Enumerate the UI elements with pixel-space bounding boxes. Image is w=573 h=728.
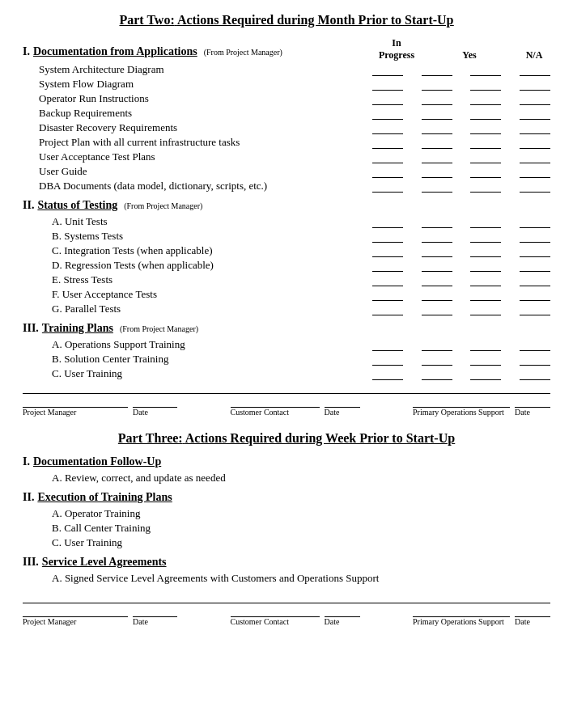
field-na bbox=[520, 275, 550, 286]
section1-heading: I. Documentation from Applications (From… bbox=[23, 45, 372, 58]
field-inprogress bbox=[422, 354, 452, 366]
date3-label: Date bbox=[515, 408, 530, 417]
date-line-1 bbox=[133, 396, 177, 408]
sig-block-3: Primary Operations Support Date bbox=[413, 396, 550, 417]
field-no bbox=[372, 290, 403, 301]
field-na bbox=[520, 354, 550, 366]
field-inprogress bbox=[422, 108, 452, 120]
field-na bbox=[520, 246, 550, 257]
field-yes bbox=[470, 181, 501, 193]
field-yes bbox=[470, 167, 501, 178]
item-label: E. Stress Tests bbox=[23, 273, 372, 286]
p3-s2-item-c: C. User Training bbox=[23, 536, 550, 549]
item-label: C. Integration Tests (when applicable) bbox=[23, 244, 372, 257]
item-label: User Guide bbox=[23, 165, 372, 178]
table-row: E. Stress Tests bbox=[23, 273, 550, 286]
field-yes bbox=[470, 217, 501, 228]
part-three-title: Part Three: Actions Required during Week… bbox=[23, 431, 550, 446]
part-three-title-underline: Actions Required during Week Prior to St… bbox=[185, 431, 455, 445]
section1-items: System Architecture Diagram System Flow … bbox=[23, 63, 550, 193]
field-na bbox=[520, 231, 550, 243]
item-label: Project Plan with all current infrastruc… bbox=[23, 136, 372, 149]
row-fields bbox=[372, 79, 550, 91]
field-yes bbox=[470, 304, 501, 315]
item-label: Disaster Recovery Requirements bbox=[23, 121, 372, 134]
field-inprogress bbox=[422, 167, 452, 178]
part-two-signature-area: Project Manager Date Customer Contact Da… bbox=[23, 393, 550, 417]
table-row: Backup Requirements bbox=[23, 107, 550, 120]
p3-s3-label: Service Level Agreements bbox=[42, 556, 167, 569]
p3-s2-item-a: A. Operator Training bbox=[23, 507, 550, 520]
row-fields bbox=[372, 123, 550, 134]
field-na bbox=[520, 94, 550, 105]
field-no bbox=[372, 217, 403, 228]
item-label: D. Regression Tests (when applicable) bbox=[23, 259, 372, 272]
field-no bbox=[372, 304, 403, 315]
sig3-label: Primary Operations Support bbox=[413, 408, 504, 417]
field-na bbox=[520, 290, 550, 301]
section2-heading: II. Status of Testing (From Project Mana… bbox=[23, 199, 550, 212]
p3-date1-label: Date bbox=[133, 617, 148, 626]
p3-section3-heading: III. Service Level Agreements bbox=[23, 556, 550, 569]
row-fields bbox=[372, 304, 550, 315]
field-inprogress bbox=[422, 290, 452, 301]
sig-line-2 bbox=[231, 396, 320, 408]
table-row: A. Unit Tests bbox=[23, 215, 550, 228]
field-no bbox=[372, 354, 403, 366]
table-row: B. Solution Center Training bbox=[23, 353, 550, 366]
section1-roman: I. bbox=[23, 45, 30, 58]
table-row: Operator Run Instructions bbox=[23, 92, 550, 105]
col-in-label: In bbox=[392, 37, 401, 49]
col-na-header: N/A bbox=[518, 49, 550, 61]
field-inprogress bbox=[422, 369, 452, 380]
table-row: D. Regression Tests (when applicable) bbox=[23, 259, 550, 272]
field-yes bbox=[470, 275, 501, 286]
row-fields bbox=[372, 167, 550, 178]
field-inprogress bbox=[422, 260, 452, 272]
field-inprogress bbox=[422, 231, 452, 243]
field-inprogress bbox=[422, 217, 452, 228]
table-row: System Architecture Diagram bbox=[23, 63, 550, 76]
row-fields bbox=[372, 231, 550, 243]
p3-sig-block-2: Customer Contact Date bbox=[231, 606, 360, 626]
p3-section1-heading: I. Documentation Follow-Up bbox=[23, 455, 550, 468]
field-inprogress bbox=[422, 94, 452, 105]
sig2-label: Customer Contact bbox=[231, 408, 290, 417]
section3-heading: III. Training Plans (From Project Manage… bbox=[23, 322, 550, 335]
field-yes bbox=[470, 369, 501, 380]
field-inprogress bbox=[422, 304, 452, 315]
row-fields bbox=[372, 275, 550, 286]
field-yes bbox=[470, 94, 501, 105]
p3-date-line-3 bbox=[515, 606, 550, 617]
part-two-title: Part Two: Actions Required during Month … bbox=[23, 13, 550, 28]
field-na bbox=[520, 79, 550, 91]
part-two-prefix: Part Two: bbox=[119, 13, 174, 27]
field-yes bbox=[470, 354, 501, 366]
item-label: DBA Documents (data model, dictionary, s… bbox=[23, 180, 372, 193]
table-row: Disaster Recovery Requirements bbox=[23, 121, 550, 134]
field-na bbox=[520, 65, 550, 76]
sig-block-1: Project Manager Date bbox=[23, 396, 177, 417]
sig-line-3 bbox=[413, 396, 510, 408]
field-yes bbox=[470, 123, 501, 134]
p3-sig-line-3 bbox=[413, 606, 510, 617]
row-fields bbox=[372, 181, 550, 193]
col-yes-header: Yes bbox=[453, 49, 486, 61]
field-inprogress bbox=[422, 340, 452, 351]
row-fields bbox=[372, 290, 550, 301]
part-three-section: Part Three: Actions Required during Week… bbox=[23, 431, 550, 626]
p3-sig-line-1 bbox=[23, 606, 128, 617]
field-no bbox=[372, 275, 403, 286]
field-no bbox=[372, 123, 403, 134]
section3-label: Training Plans bbox=[42, 322, 113, 335]
col-in-progress: In Progress bbox=[372, 37, 421, 61]
section2-items: A. Unit Tests B. Systems Tests C. Integr… bbox=[23, 215, 550, 315]
col-progress-label: Progress bbox=[379, 49, 414, 61]
date-line-2 bbox=[325, 396, 360, 408]
p3-date-line-1 bbox=[133, 606, 177, 617]
p3-date-line-2 bbox=[325, 606, 360, 617]
section3-from-pm: (From Project Manager) bbox=[120, 324, 198, 333]
table-row: C. Integration Tests (when applicable) bbox=[23, 244, 550, 257]
field-na bbox=[520, 123, 550, 134]
row-fields bbox=[372, 152, 550, 163]
